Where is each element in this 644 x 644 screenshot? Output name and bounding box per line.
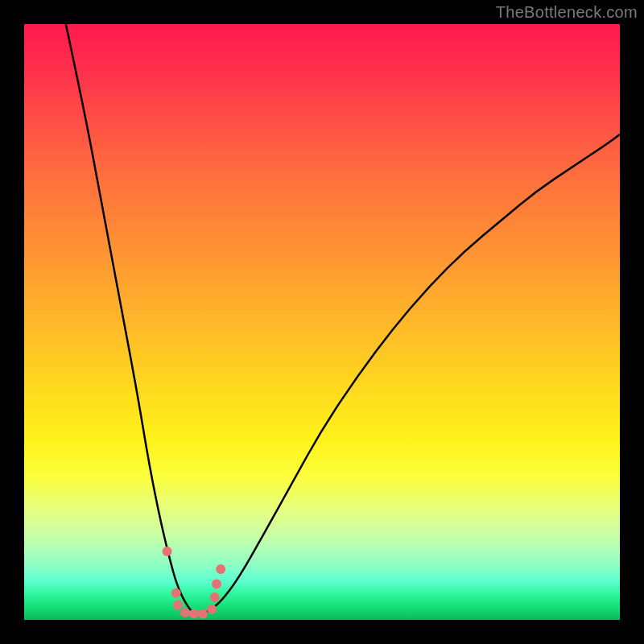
data-point-marker [171,588,181,598]
bottleneck-curve-path [66,24,620,614]
marker-series [163,547,226,619]
data-point-marker [173,601,183,610]
curve-series [66,24,620,614]
data-point-marker [163,547,172,556]
data-point-marker [207,605,217,614]
data-point-marker [198,609,208,619]
chart-stage: TheBottleneck.com [0,0,644,644]
plot-area [24,24,620,620]
data-point-marker [189,609,199,619]
data-point-marker [216,564,225,574]
data-point-marker [210,592,220,602]
chart-svg [24,24,620,620]
data-point-marker [212,580,221,589]
data-point-marker [180,608,190,617]
watermark-label: TheBottleneck.com [496,3,638,22]
